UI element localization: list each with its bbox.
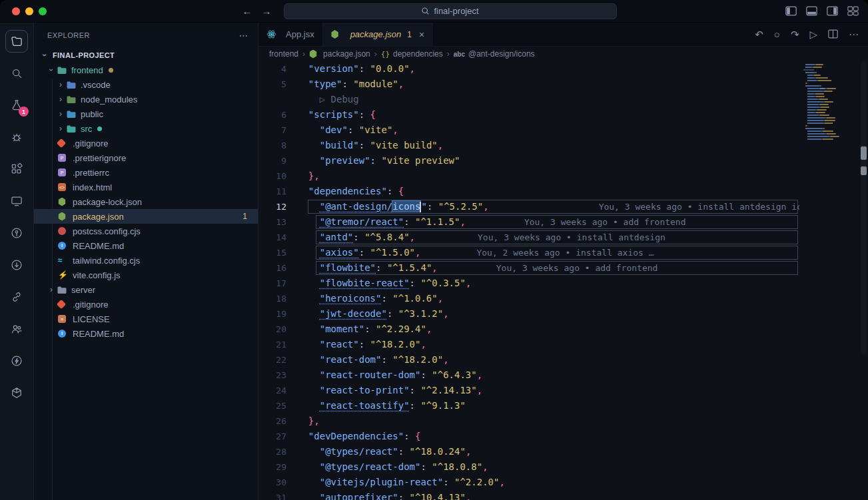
line-number: 25 (258, 398, 297, 413)
record-dot-icon[interactable]: ○ (774, 29, 780, 39)
nav-back-icon[interactable]: ↶ (755, 29, 763, 39)
line-content: "@types/react-dom": "^18.0.8", (297, 459, 799, 475)
toggle-secondary-sidebar-icon[interactable] (827, 6, 838, 16)
code-editor[interactable]: 4 "version": "0.0.0",5 "type": "module",… (258, 61, 799, 500)
breadcrumb-item[interactable]: package.json (309, 49, 370, 59)
tab-label: App.jsx (286, 29, 314, 39)
files-icon[interactable] (0, 25, 33, 57)
breadcrumb-item[interactable]: frontend (269, 49, 298, 59)
tab-package-json[interactable]: package.json1× (323, 23, 434, 46)
codelens-debug[interactable]: ▷ Debug (258, 92, 799, 107)
source-control-icon[interactable]: 1 (0, 89, 33, 121)
modified-dot (109, 68, 113, 73)
code-line[interactable]: 20 "moment": "^2.29.4", (258, 322, 799, 337)
breadcrumb-item[interactable]: {}dependencies (381, 49, 443, 59)
scrollbar[interactable] (859, 61, 868, 500)
code-line[interactable]: 9 "preview": "vite preview" (258, 153, 799, 168)
tree-item-public[interactable]: ›public (34, 107, 258, 121)
tree-item-gitignore[interactable]: .gitignore (34, 136, 258, 150)
extensions-icon[interactable] (0, 153, 33, 185)
history-forward-icon[interactable]: → (262, 5, 272, 17)
code-line[interactable]: 10 }, (258, 168, 799, 184)
line-content: }, (297, 413, 799, 429)
scrollbar-thumb[interactable] (861, 61, 867, 354)
tree-item-server[interactable]: ›server (34, 282, 258, 297)
tree-item-src[interactable]: ›src (34, 121, 258, 136)
minimize-window-button[interactable] (25, 7, 33, 15)
code-line[interactable]: 30 "@vitejs/plugin-react": "^2.2.0", (258, 475, 799, 490)
toggle-sidebar-icon[interactable] (785, 6, 797, 16)
remote-icon[interactable] (0, 185, 33, 217)
code-line[interactable]: 19 "jwt-decode": "^3.1.2", (258, 306, 799, 322)
more-actions-icon[interactable]: ⋯ (849, 29, 859, 39)
code-line[interactable]: 23 "react-router-dom": "^6.4.3", (258, 368, 799, 383)
tree-item-vite-config-js[interactable]: ⚡vite.config.js (34, 268, 258, 282)
line-content: "@vitejs/plugin-react": "^2.2.0", (297, 475, 799, 490)
close-icon[interactable]: × (419, 29, 424, 40)
project-root-row[interactable]: › FINAL-PROJECT (34, 48, 258, 63)
symbol-object-icon: {} (381, 50, 390, 59)
command-center-search[interactable]: final-project (284, 3, 617, 19)
tree-item-readme-md[interactable]: iREADME.md (34, 238, 258, 253)
breadcrumb: frontend›package.json›{}dependencies›abc… (258, 47, 868, 61)
tree-item-vscode[interactable]: ›.vscode (34, 77, 258, 92)
breadcrumb-item[interactable]: abc@ant-design/icons (454, 49, 535, 59)
search-icon[interactable] (0, 57, 33, 89)
code-line[interactable]: 21 "react": "^18.2.0", (258, 337, 799, 352)
code-line[interactable]: 14 "antd": "^5.8.4",You, 3 weeks ago • i… (258, 230, 799, 245)
tree-item-postcss-config-cjs[interactable]: postcss.config.cjs (34, 224, 258, 238)
file-label: .vscode (81, 80, 111, 90)
code-line[interactable]: 17 "flowbite-react": "^0.3.5", (258, 276, 799, 291)
overview-ruler-mark (861, 146, 867, 160)
code-line[interactable]: 11 "dependencies": { (258, 184, 799, 199)
tree-item-index-html[interactable]: <>index.html (34, 180, 258, 194)
code-line[interactable]: 25 "react-toastify": "^9.1.3" (258, 398, 799, 413)
code-line[interactable]: 24 "react-to-print": "^2.14.13", (258, 383, 799, 398)
code-line[interactable]: 8 "build": "vite build", (258, 138, 799, 153)
tree-item-gitignore[interactable]: .gitignore (34, 297, 258, 312)
code-line[interactable]: 27 "devDependencies": { (258, 429, 799, 444)
link-icon[interactable] (0, 281, 33, 313)
tree-item-package-lock-json[interactable]: package-lock.json (34, 194, 258, 209)
customize-layout-icon[interactable] (847, 6, 859, 16)
zap-icon[interactable] (0, 345, 33, 377)
toggle-panel-icon[interactable] (806, 6, 817, 16)
code-line[interactable]: 12 "@ant-design/icons": "^5.2.5",You, 3 … (258, 199, 799, 214)
tree-item-package-json[interactable]: package.json1 (34, 209, 258, 224)
code-line[interactable]: 29 "@types/react-dom": "^18.0.8", (258, 459, 799, 475)
tree-item-readme-md[interactable]: iREADME.md (34, 326, 258, 341)
download-icon[interactable] (0, 249, 33, 281)
code-line[interactable]: 13 "@tremor/react": "^1.1.5",You, 3 week… (258, 214, 799, 230)
more-actions-icon[interactable]: ⋯ (239, 30, 249, 41)
run-icon[interactable]: ▷ (809, 29, 817, 39)
code-line[interactable]: 22 "react-dom": "^18.2.0", (258, 352, 799, 368)
code-line[interactable]: 18 "heroicons": "^1.0.6", (258, 291, 799, 306)
close-window-button[interactable] (12, 7, 20, 15)
code-line[interactable]: 16 "flowbite": "^1.5.4",You, 3 weeks ago… (258, 260, 799, 276)
split-editor-icon[interactable] (828, 29, 838, 40)
history-back-icon[interactable]: ← (242, 5, 252, 17)
debug-icon[interactable] (0, 121, 33, 153)
accounts-icon[interactable] (0, 313, 33, 345)
nav-forward-icon[interactable]: ↷ (791, 29, 799, 39)
line-content: "react": "^18.2.0", (297, 337, 799, 352)
tab-app-jsx[interactable]: App.jsx (258, 23, 323, 46)
tree-item-license[interactable]: ≡LICENSE (34, 312, 258, 326)
tree-item-prettierignore[interactable]: P.prettierignore (34, 150, 258, 165)
code-line[interactable]: 15 "axios": "^1.5.0",You, 2 weeks ago • … (258, 245, 799, 260)
package-icon[interactable] (0, 377, 33, 409)
tree-item-node-modules[interactable]: ›node_modules (34, 92, 258, 107)
code-line[interactable]: 26 }, (258, 413, 799, 429)
minimap[interactable] (799, 61, 859, 500)
code-line[interactable]: 28 "@types/react": "^18.0.24", (258, 444, 799, 459)
code-line[interactable]: 4 "version": "0.0.0", (258, 61, 799, 77)
code-line[interactable]: 6 "scripts": { (258, 107, 799, 123)
tree-item-prettierrc[interactable]: P.prettierrc (34, 165, 258, 180)
zoom-window-button[interactable] (39, 7, 47, 15)
code-line[interactable]: 31 "autoprefixer": "^10.4.13", (258, 490, 799, 500)
code-line[interactable]: 7 "dev": "vite", (258, 123, 799, 138)
code-line[interactable]: 5 "type": "module", (258, 77, 799, 92)
tree-item-tailwind-config-cjs[interactable]: ≈tailwind.config.cjs (34, 253, 258, 268)
tree-item-frontend[interactable]: ›frontend (34, 63, 258, 77)
pin-icon[interactable] (0, 217, 33, 249)
